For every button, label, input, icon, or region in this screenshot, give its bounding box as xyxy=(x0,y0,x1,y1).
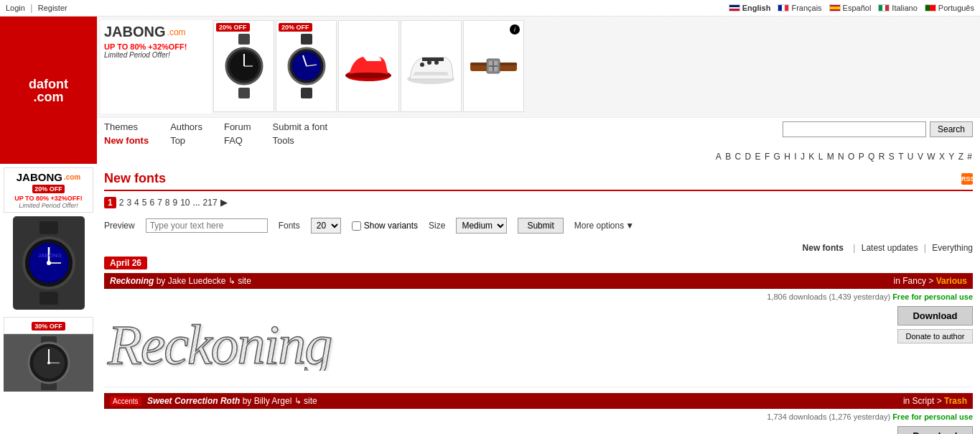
alphabet-letter-n[interactable]: N xyxy=(838,152,844,162)
nav-new-fonts[interactable]: New fonts xyxy=(104,135,149,146)
ad-sneakers[interactable] xyxy=(401,20,462,112)
sidebar-ad-2[interactable]: 30% OFF xyxy=(4,317,93,392)
show-variants-checkbox[interactable] xyxy=(352,221,361,231)
register-link[interactable]: Register xyxy=(38,4,67,12)
alphabet-letter-k[interactable]: K xyxy=(808,152,814,162)
page-9[interactable]: 9 xyxy=(173,198,178,208)
ad-watch-2[interactable]: 20% OFF xyxy=(276,20,337,112)
nav-tools[interactable]: Tools xyxy=(273,135,328,146)
font-subcategory-reckoning[interactable]: Various xyxy=(936,276,967,286)
font-by-reckoning: by xyxy=(157,276,168,286)
alphabet-letter-d[interactable]: D xyxy=(745,152,752,162)
lang-spanish-label: Español xyxy=(843,4,872,12)
nav-submit[interactable]: Submit a font xyxy=(273,121,328,132)
font-author-reckoning[interactable]: Jake Luedecke xyxy=(168,276,226,286)
main: JABONG .com 20% OFF UP TO 80% +32%OFF! L… xyxy=(0,164,980,434)
lang-french[interactable]: Français xyxy=(778,4,821,12)
font-category-reckoning[interactable]: Fancy xyxy=(902,276,926,286)
font-cat-sep-sweet: > xyxy=(937,396,944,406)
alphabet-letter-v[interactable]: V xyxy=(918,152,923,162)
alphabet-letter-q[interactable]: Q xyxy=(868,152,874,162)
header: dafont .com JABONG .com UP TO 80% +32%OF… xyxy=(0,17,980,164)
alphabet-letter-o[interactable]: O xyxy=(848,152,854,162)
lang-italian[interactable]: Italiano xyxy=(878,4,917,12)
alphabet-letter-s[interactable]: S xyxy=(889,152,895,162)
alphabet-letter-h[interactable]: H xyxy=(784,152,790,162)
jabong-main-ad[interactable]: JABONG .com UP TO 80% +32%OFF! Limited P… xyxy=(101,20,212,114)
preview-input[interactable] xyxy=(146,218,268,233)
logo[interactable]: dafont .com xyxy=(0,17,97,164)
search-input[interactable] xyxy=(783,121,926,137)
alphabet-letter-z[interactable]: Z xyxy=(958,152,963,162)
nav-top[interactable]: Top xyxy=(170,135,202,146)
font-author-sweet[interactable]: Billy Argel xyxy=(254,396,292,406)
nav-forum[interactable]: Forum xyxy=(224,121,251,132)
alphabet-letter-e[interactable]: E xyxy=(755,152,761,162)
sort-new-fonts[interactable]: New fonts xyxy=(803,243,844,253)
nav-themes[interactable]: Themes xyxy=(104,121,149,132)
page-7[interactable]: 7 xyxy=(157,198,162,208)
alphabet-letter-r[interactable]: R xyxy=(879,152,885,162)
nav-col-2: Authors Top xyxy=(170,121,202,146)
ad-belt[interactable]: i xyxy=(463,20,524,112)
alphabet-letter-c[interactable]: C xyxy=(735,152,742,162)
font-subcategory-sweet[interactable]: Trash xyxy=(944,396,967,406)
alphabet-letter-i[interactable]: I xyxy=(794,152,796,162)
font-site-sweet[interactable]: site xyxy=(304,396,317,406)
page-6[interactable]: 6 xyxy=(149,198,154,208)
lang-spanish[interactable]: Español xyxy=(829,4,872,12)
ad-watch-1[interactable]: 20% OFF xyxy=(213,20,274,112)
page-2[interactable]: 2 xyxy=(119,198,124,208)
alphabet-letter-g[interactable]: G xyxy=(774,152,780,162)
font-site-reckoning[interactable]: site xyxy=(238,276,251,286)
login-link[interactable]: Login xyxy=(6,4,25,12)
fonts-select[interactable]: 20 xyxy=(311,218,341,234)
alphabet-letter-a[interactable]: A xyxy=(716,152,722,162)
lang-english[interactable]: English xyxy=(729,4,771,12)
lang-portuguese[interactable]: Português xyxy=(925,4,974,12)
rss-icon[interactable]: RSS xyxy=(961,173,973,185)
alphabet-letter-l[interactable]: L xyxy=(818,152,823,162)
font-in-label-sweet: in xyxy=(903,396,913,406)
submit-button[interactable]: Submit xyxy=(518,218,563,234)
font-category-sweet[interactable]: Script xyxy=(913,396,935,406)
sort-latest-updates[interactable]: Latest updates xyxy=(862,243,918,253)
sort-everything[interactable]: Everything xyxy=(932,243,973,253)
alphabet-letter-y[interactable]: Y xyxy=(948,152,954,162)
alphabet-letter-u[interactable]: U xyxy=(907,152,914,162)
donate-button-reckoning[interactable]: Donate to author xyxy=(897,329,973,343)
page-8[interactable]: 8 xyxy=(165,198,170,208)
nav-authors[interactable]: Authors xyxy=(170,121,202,132)
alphabet-letter-w[interactable]: W xyxy=(927,152,935,162)
pagination-next[interactable]: ▶ xyxy=(220,198,227,208)
page-4[interactable]: 4 xyxy=(134,198,139,208)
alphabet-letter-m[interactable]: M xyxy=(827,152,834,162)
alphabet-letter-f[interactable]: F xyxy=(765,152,770,162)
sidebar-jabong-tld: .com xyxy=(64,173,80,181)
more-options-button[interactable]: More options ▼ xyxy=(574,221,634,231)
nav-faq[interactable]: FAQ xyxy=(224,135,251,146)
page-217[interactable]: 217 xyxy=(203,198,218,208)
font-name-sweet[interactable]: Sweet Correction Roth xyxy=(147,396,240,406)
svg-rect-7 xyxy=(301,88,312,98)
page-10[interactable]: 10 xyxy=(180,198,190,208)
search-button[interactable]: Search xyxy=(930,121,973,137)
alphabet-letter-j[interactable]: J xyxy=(801,152,805,162)
badge-20off-1: 20% OFF xyxy=(216,23,250,32)
alphabet-letter-p[interactable]: P xyxy=(859,152,864,162)
alphabet-letter-t[interactable]: T xyxy=(898,152,903,162)
sidebar-ad-1[interactable]: JABONG .com 20% OFF UP TO 80% +32%OFF! L… xyxy=(4,167,93,310)
ad-shoes[interactable] xyxy=(338,20,399,112)
download-button-reckoning[interactable]: Download xyxy=(897,306,973,326)
page-5[interactable]: 5 xyxy=(142,198,147,208)
alphabet-letter-b[interactable]: B xyxy=(725,152,731,162)
alphabet-letter-x[interactable]: X xyxy=(939,152,945,162)
font-preview-reckoning: Reckoning xyxy=(104,306,890,379)
svg-text:Reckoning: Reckoning xyxy=(107,313,331,371)
font-name-reckoning[interactable]: Reckoning xyxy=(110,276,154,286)
alphabet-letter-#[interactable]: # xyxy=(967,152,972,162)
page-3[interactable]: 3 xyxy=(126,198,131,208)
download-button-sweet[interactable]: Download xyxy=(897,426,973,434)
reckoning-svg: Reckoning xyxy=(104,306,499,371)
size-select[interactable]: Small Medium Large Huge xyxy=(456,218,507,234)
